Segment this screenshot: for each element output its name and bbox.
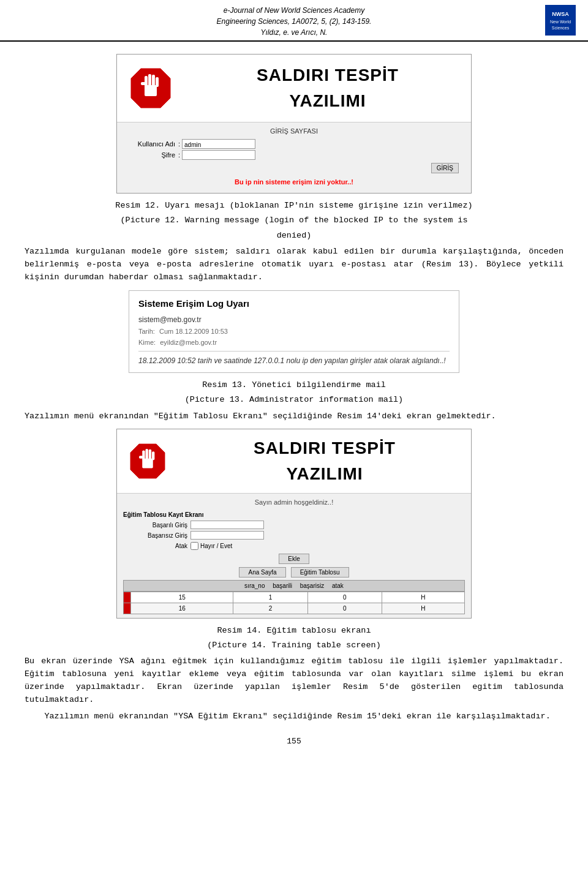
login-form-title: GİRİŞ SAYFASI xyxy=(123,126,465,137)
nav-btn-row: Ana Sayfa Eğitim Tablosu xyxy=(123,567,465,578)
email-to-row: Kime: eyildiz@meb.gov.tr xyxy=(138,337,450,348)
svg-text:NWSA: NWSA xyxy=(552,11,569,17)
email-date-label: Tarih: xyxy=(138,328,155,335)
username-colon: : xyxy=(178,139,180,149)
table-row: 1510H xyxy=(124,592,465,603)
svg-text:Sciences: Sciences xyxy=(552,26,570,30)
cell-atak: H xyxy=(382,592,464,603)
caption-12-line2: (Picture 12. Warning message (login of t… xyxy=(24,214,564,227)
col4-header: atak xyxy=(332,582,344,589)
figure-12-box: SALDIRI TESPİT YAZILIMI GİRİŞ SAYFASI Ku… xyxy=(116,54,472,194)
login-form-area: GİRİŞ SAYFASI Kullanıcı Adı : admin Şifr… xyxy=(117,122,471,193)
paragraph-4: Yazılımın menü ekranından "YSA Eğitim Ek… xyxy=(24,710,564,723)
basarili-input[interactable] xyxy=(190,521,264,529)
email-to-value: eyildiz@meb.gov.tr xyxy=(160,339,217,346)
training-btn-row: Ekle xyxy=(123,554,465,564)
username-label: Kullanıcı Adı xyxy=(123,139,178,149)
atak-row: Atak Hayır / Evet xyxy=(123,541,465,551)
caption-14-line1: Resim 14. Eğitim tablosu ekranı xyxy=(24,625,564,637)
username-row: Kullanıcı Adı : admin xyxy=(123,139,465,149)
login-button[interactable]: GİRİŞ xyxy=(431,163,459,173)
paragraph-2: Yazılımın menü ekranından "Eğitim Tablos… xyxy=(24,410,564,423)
svg-rect-9 xyxy=(156,77,159,87)
egitim-tablosu-button[interactable]: Eğitim Tablosu xyxy=(291,567,349,578)
header-line2: Engineering Sciences, 1A0072, 5, (2), 14… xyxy=(43,16,545,27)
paragraph-1: Yazılımda kurgulanan modele göre sistem;… xyxy=(24,246,564,284)
password-row: Şifre : xyxy=(123,150,465,160)
training-stop-sign xyxy=(117,429,178,493)
cell-sira: 15 xyxy=(131,592,233,603)
svg-rect-8 xyxy=(152,75,155,87)
atak-label: Atak xyxy=(123,541,190,551)
caption-14-line2: (Picture 14. Training table screen) xyxy=(24,639,564,652)
email-screenshot-box: Sisteme Erişim Log Uyarı sistem@meb.gov.… xyxy=(129,290,459,374)
password-colon: : xyxy=(178,150,180,160)
cell-sira: 16 xyxy=(131,603,233,614)
login-title-area: SALDIRI TESPİT YAZILIMI xyxy=(184,55,471,122)
svg-rect-17 xyxy=(139,456,143,459)
email-body-text: 18.12.2009 10:52 tarih ve saatinde 127.0… xyxy=(138,355,450,366)
training-table-section: sıra_no başarili başarisiz atak 1510H162… xyxy=(123,580,465,614)
header-line1: e-Journal of New World Sciences Academy xyxy=(43,5,545,16)
training-header-row: SALDIRI TESPİT YAZILIMI xyxy=(117,429,471,493)
svg-rect-15 xyxy=(149,450,151,461)
email-to-label: Kime: xyxy=(138,339,156,346)
atak-checkbox[interactable] xyxy=(190,542,198,550)
cell-basarisiz: 0 xyxy=(307,592,382,603)
header-line3: Yıldız, e. ve Arıcı, N. xyxy=(43,27,545,38)
app-title-line1: SALDIRI TESPİT xyxy=(257,62,399,88)
login-header-row: SALDIRI TESPİT YAZILIMI xyxy=(117,55,471,122)
header-text: e-Journal of New World Sciences Academy … xyxy=(43,5,545,38)
email-from-address: sistem@meb.gov.tr xyxy=(138,314,450,325)
cell-basarisiz: 0 xyxy=(307,603,382,614)
email-date-row: Tarih: Cum 18.12.2009 10:53 xyxy=(138,326,450,337)
training-welcome-msg: Sayın admin hoşgeldiniz..! xyxy=(123,497,465,508)
basarisiz-label: Başarısız Giriş xyxy=(123,531,190,540)
svg-rect-7 xyxy=(148,74,151,87)
ekle-button[interactable]: Ekle xyxy=(279,554,309,564)
app-title-line2: YAZILIMI xyxy=(289,88,366,114)
row-indicator xyxy=(124,603,131,614)
cell-basarili: 2 xyxy=(233,603,307,614)
svg-rect-13 xyxy=(142,451,145,461)
training-app-title-line2: YAZILIMI xyxy=(286,461,363,487)
cell-basarili: 1 xyxy=(233,592,307,603)
password-label: Şifre xyxy=(123,150,178,160)
login-btn-row: GİRİŞ xyxy=(123,163,465,173)
caption-12-line1: Resim 12. Uyarı mesajı (bloklanan IP'nin… xyxy=(24,200,564,212)
table-title-bar: sıra_no başarili başarisiz atak xyxy=(123,580,465,592)
email-divider xyxy=(138,351,450,352)
training-form-area: Sayın admin hoşgeldiniz..! Eğitim Tablos… xyxy=(117,493,471,618)
stop-sign-logo xyxy=(117,55,184,122)
caption-13-line1: Resim 13. Yönetici bilgilendirme mail xyxy=(24,379,564,391)
col1-header: sıra_no xyxy=(244,582,265,589)
caption-12-line3: denied) xyxy=(24,230,564,242)
cell-atak: H xyxy=(382,603,464,614)
paragraph-3: Bu ekran üzerinde YSA ağını eğitmek için… xyxy=(24,655,564,707)
svg-text:New World: New World xyxy=(550,20,571,24)
ana-sayfa-button[interactable]: Ana Sayfa xyxy=(239,567,285,578)
page-number: 155 xyxy=(24,736,564,748)
table-row: 1620H xyxy=(124,603,465,614)
warning-message: Bu ip nin sisteme erişim izni yoktur..! xyxy=(123,176,465,190)
basarisiz-row: Başarısız Giriş xyxy=(123,531,465,540)
email-title: Sisteme Erişim Log Uyarı xyxy=(138,297,450,311)
screen-label-row: Eğitim Tablosu Kayıt Ekranı xyxy=(123,510,465,519)
password-input-display[interactable] xyxy=(182,150,255,160)
training-data-table: 1510H1620H xyxy=(123,592,465,614)
main-content: SALDIRI TESPİT YAZILIMI GİRİŞ SAYFASI Ku… xyxy=(0,42,588,766)
caption-13-line2: (Picture 13. Administrator information m… xyxy=(24,394,564,406)
svg-rect-14 xyxy=(146,449,148,460)
email-date-value: Cum 18.12.2009 10:53 xyxy=(159,328,228,335)
basarisiz-input[interactable] xyxy=(190,531,264,540)
figure-14-box: SALDIRI TESPİT YAZILIMI Sayın admin hoşg… xyxy=(116,429,472,619)
svg-rect-10 xyxy=(141,82,146,85)
basarili-row: Başarılı Giriş xyxy=(123,521,465,530)
nwsa-logo: NWSA New World Sciences xyxy=(545,5,576,36)
svg-rect-6 xyxy=(145,76,148,87)
svg-rect-16 xyxy=(152,452,154,461)
username-input-display[interactable]: admin xyxy=(182,139,255,149)
row-indicator xyxy=(124,592,131,603)
checkbox-label: Hayır / Evet xyxy=(200,541,232,551)
training-title-area: SALDIRI TESPİT YAZILIMI xyxy=(178,429,471,493)
